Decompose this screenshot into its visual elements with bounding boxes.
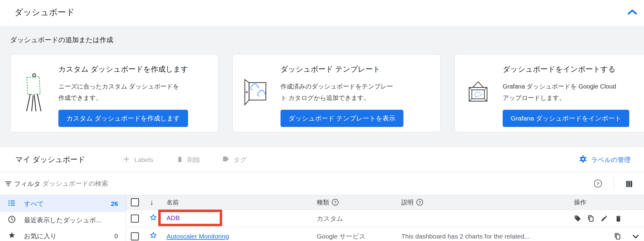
sidebar-item-favorites[interactable]: お気に入り 0 — [0, 228, 126, 241]
dashboards-table: ↓ 名前 種類 ? 説明 ? 操作 — [126, 195, 644, 241]
table-header-row: ↓ 名前 種類 ? 説明 ? 操作 — [126, 195, 644, 210]
delete-icon[interactable] — [615, 210, 622, 227]
column-display-icon[interactable] — [625, 180, 633, 189]
sidebar-item-label: すべて — [24, 200, 44, 208]
column-header-type[interactable]: 種類 — [317, 198, 329, 207]
card-title: カスタム ダッシュボードを作成します — [58, 64, 210, 74]
select-all-checkbox[interactable] — [131, 198, 139, 206]
help-icon[interactable]: ? — [594, 180, 602, 188]
sidebar-item-all[interactable]: すべて 26 — [0, 195, 126, 212]
star-outline-icon[interactable] — [149, 231, 158, 241]
section-heading: ダッシュボードの追加または作成 — [10, 35, 113, 45]
tag-icon — [222, 155, 230, 164]
highlight-red-box: ADB — [158, 210, 222, 226]
dashboards-sidebar: すべて 26 最近表示したダッシュボ... お気に入り 0 — [0, 195, 126, 241]
page-header: ダッシュボード — [0, 0, 644, 26]
sidebar-item-recently-viewed[interactable]: 最近表示したダッシュボ... — [0, 212, 126, 228]
copy-icon[interactable] — [614, 227, 621, 241]
dashboards-list-area: すべて 26 最近表示したダッシュボ... お気に入り 0 — [0, 195, 644, 241]
sidebar-item-label: お気に入り — [24, 232, 57, 240]
card-body-line: 作成済みのダッシュボードをテンプレー — [281, 83, 393, 90]
view-dashboard-templates-button[interactable]: ダッシュボード テンプレートを表示 — [281, 110, 403, 127]
sort-descending-icon[interactable]: ↓ — [150, 198, 154, 207]
copy-icon[interactable] — [587, 210, 595, 227]
delete-label: 削除 — [187, 156, 200, 164]
sidebar-item-count: 0 — [114, 232, 118, 240]
filter-label: フィルタ — [14, 172, 41, 195]
tags-label: タグ — [234, 156, 247, 164]
manage-labels-link[interactable]: ラベルの管理 — [579, 147, 630, 172]
trash-icon — [176, 156, 183, 164]
column-header-description[interactable]: 説明 — [401, 198, 414, 207]
table-row-adb: ADB カスタム — [126, 210, 644, 227]
star-outline-icon[interactable] — [149, 213, 158, 223]
plus-icon — [123, 155, 130, 164]
dashboard-cards-row: カスタム ダッシュボードを作成します ニーズに合ったカスタム ダッシュボードを … — [10, 54, 644, 132]
help-icon[interactable]: ? — [416, 199, 423, 206]
tags-button[interactable]: タグ — [222, 147, 247, 172]
easel-icon — [24, 72, 43, 114]
dashboard-templates-card: ダッシュボード テンプレート 作成済みのダッシュボードをテンプレー ト カタログ… — [232, 54, 441, 132]
add-labels-button[interactable]: Labels — [123, 147, 153, 172]
filter-icon — [4, 180, 12, 189]
delete-button[interactable]: 削除 — [176, 147, 200, 172]
import-dashboard-card: ダッシュボードをインポートする Grafana ダッシュボードを Google … — [454, 54, 644, 132]
card-body-line: 作成できます。 — [58, 94, 102, 101]
filter-bar: フィルタ ? — [0, 172, 644, 195]
card-title: ダッシュボードをインポートする — [503, 64, 644, 74]
row-checkbox[interactable] — [131, 215, 139, 223]
card-body-line: Grafana ダッシュボードを Google Cloud — [503, 83, 616, 90]
edit-icon[interactable] — [600, 210, 608, 227]
create-custom-dashboard-card: カスタム ダッシュボードを作成します ニーズに合ったカスタム ダッシュボードを … — [10, 54, 218, 132]
clock-icon — [8, 215, 16, 225]
gear-icon — [579, 155, 587, 165]
column-header-name[interactable]: 名前 — [167, 198, 179, 207]
import-grafana-dashboard-button[interactable]: Grafana ダッシュボードをインポート — [503, 110, 629, 127]
chevron-down-icon[interactable] — [631, 227, 640, 241]
open-door-icon — [242, 78, 269, 108]
dashboard-search-input[interactable] — [42, 172, 319, 195]
my-dashboards-toolbar: マイ ダッシュボード Labels 削除 タグ — [0, 147, 644, 172]
page-title: ダッシュボード — [14, 7, 75, 18]
dashboard-link-autoscaler-monitoring[interactable]: Autoscaler Monitoring — [167, 233, 229, 240]
card-title: ダッシュボード テンプレート — [281, 64, 432, 74]
card-body-line: ト カタログから追加できます。 — [281, 94, 370, 101]
column-header-actions: 操作 — [574, 198, 586, 207]
row-description: This dashboard has 2 charts for the rela… — [401, 227, 530, 241]
row-type: カスタム — [317, 210, 343, 227]
table-row-autoscaler-monitoring: Autoscaler Monitoring Google サービス This d… — [126, 227, 644, 241]
sidebar-item-count: 26 — [111, 200, 118, 207]
vertical-divider — [614, 178, 614, 190]
dashboard-link-adb[interactable]: ADB — [167, 214, 180, 222]
star-filled-icon — [8, 231, 16, 241]
card-body-line: アップロードします。 — [503, 94, 565, 101]
dashboards-page: ダッシュボード ダッシュボードの追加または作成 — [0, 0, 644, 241]
create-custom-dashboard-button[interactable]: カスタム ダッシュボードを作成します — [58, 110, 188, 127]
card-body-line: ニーズに合ったカスタム ダッシュボードを — [58, 83, 179, 90]
sidebar-item-label: 最近表示したダッシュボ... — [24, 216, 101, 224]
collapse-section-button[interactable] — [626, 7, 638, 18]
manage-labels-label: ラベルの管理 — [591, 156, 630, 164]
help-icon[interactable]: ? — [332, 199, 339, 206]
picture-frame-icon — [468, 81, 488, 105]
chevron-up-icon — [626, 9, 638, 17]
my-dashboards-heading: マイ ダッシュボード — [15, 155, 85, 164]
list-icon — [8, 199, 16, 209]
row-type: Google サービス — [317, 227, 366, 241]
add-or-create-section: ダッシュボードの追加または作成 カスタム ダッシュボードを作成します — [0, 27, 644, 147]
add-labels-label: Labels — [134, 156, 153, 164]
row-checkbox[interactable] — [131, 232, 139, 240]
labels-icon[interactable] — [574, 210, 581, 227]
